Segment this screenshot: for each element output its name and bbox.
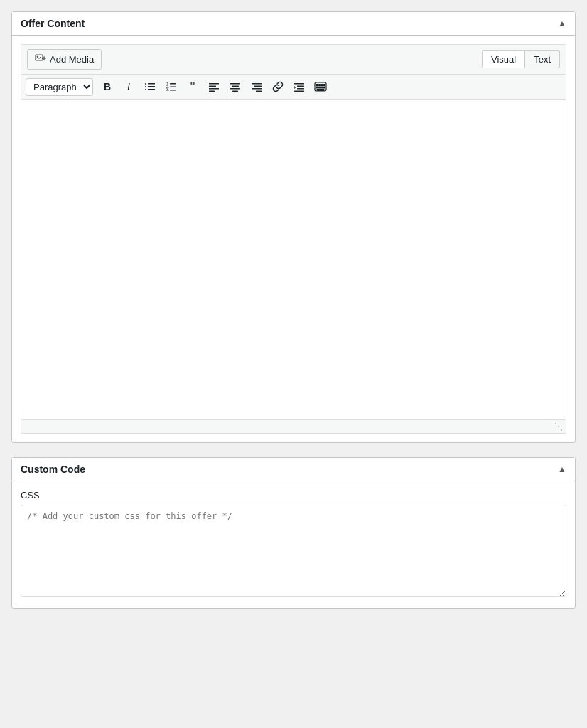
keyboard-shortcuts-button[interactable]	[311, 77, 330, 96]
svg-rect-37	[321, 87, 323, 88]
align-left-button[interactable]	[204, 77, 224, 96]
svg-rect-28	[297, 88, 304, 90]
css-label: CSS	[21, 490, 566, 500]
bold-button[interactable]: B	[97, 77, 117, 96]
svg-rect-32	[319, 85, 321, 86]
add-media-icon	[35, 53, 46, 66]
offer-content-panel: Offer Content ▲ Add Media	[11, 11, 576, 443]
unordered-list-button[interactable]	[140, 77, 160, 96]
svg-rect-27	[297, 86, 304, 87]
svg-rect-19	[232, 86, 239, 87]
svg-rect-39	[317, 90, 324, 91]
editor-topbar: Add Media Visual Text	[21, 45, 566, 75]
svg-rect-9	[170, 83, 176, 85]
svg-rect-31	[316, 85, 318, 86]
offer-content-title: Offer Content	[21, 18, 85, 29]
editor-toolbar: Paragraph Heading 1 Heading 2 Heading 3 …	[21, 75, 566, 100]
tab-visual[interactable]: Visual	[482, 50, 525, 68]
format-select[interactable]: Paragraph Heading 1 Heading 2 Heading 3	[26, 78, 93, 96]
svg-rect-18	[230, 83, 240, 85]
svg-rect-14	[209, 83, 219, 85]
svg-rect-34	[324, 85, 325, 86]
svg-rect-22	[252, 83, 262, 85]
custom-code-header: Custom Code ▲	[12, 458, 575, 481]
ordered-list-button[interactable]: 1. 2. 3.	[161, 77, 181, 96]
svg-rect-36	[319, 87, 321, 88]
svg-rect-15	[209, 86, 216, 87]
resize-dots-icon: ⋱	[554, 422, 563, 432]
svg-rect-3	[148, 83, 155, 85]
svg-rect-2	[145, 83, 146, 85]
svg-rect-35	[316, 87, 318, 88]
svg-rect-21	[232, 91, 238, 92]
svg-rect-7	[148, 89, 155, 90]
svg-rect-33	[321, 85, 323, 86]
svg-rect-20	[230, 88, 240, 90]
custom-code-body: CSS	[12, 481, 575, 608]
custom-code-collapse-icon[interactable]: ▲	[558, 464, 566, 474]
indent-button[interactable]	[289, 77, 309, 96]
tab-text[interactable]: Text	[525, 50, 560, 68]
view-tabs: Visual Text	[482, 50, 560, 68]
italic-button[interactable]: I	[119, 77, 139, 96]
add-media-label: Add Media	[50, 54, 94, 65]
svg-rect-4	[145, 86, 146, 87]
editor-resize-handle: ⋱	[21, 419, 566, 433]
svg-rect-6	[145, 89, 146, 90]
align-center-button[interactable]	[225, 77, 245, 96]
add-media-button[interactable]: Add Media	[27, 49, 102, 70]
svg-rect-29	[294, 91, 304, 92]
svg-rect-26	[294, 83, 304, 85]
svg-rect-5	[148, 86, 155, 87]
svg-rect-11	[170, 87, 176, 88]
svg-rect-25	[256, 91, 262, 92]
editor-content-area[interactable]	[21, 100, 566, 419]
svg-rect-23	[254, 86, 262, 87]
offer-content-body: Add Media Visual Text Paragraph Heading …	[12, 36, 575, 442]
custom-code-title: Custom Code	[21, 464, 85, 475]
custom-code-panel: Custom Code ▲ CSS	[11, 457, 576, 609]
svg-rect-16	[209, 88, 219, 90]
svg-text:3.: 3.	[166, 87, 169, 92]
svg-rect-24	[252, 88, 262, 90]
offer-content-header: Offer Content ▲	[12, 12, 575, 36]
svg-rect-38	[324, 87, 325, 88]
blockquote-button[interactable]: "	[183, 77, 203, 96]
align-right-button[interactable]	[247, 77, 266, 96]
editor-container: Add Media Visual Text Paragraph Heading …	[21, 44, 566, 434]
css-textarea[interactable]	[21, 505, 566, 597]
svg-rect-13	[170, 90, 176, 91]
svg-rect-17	[209, 91, 215, 92]
offer-content-collapse-icon[interactable]: ▲	[558, 18, 566, 28]
link-button[interactable]	[268, 77, 288, 96]
